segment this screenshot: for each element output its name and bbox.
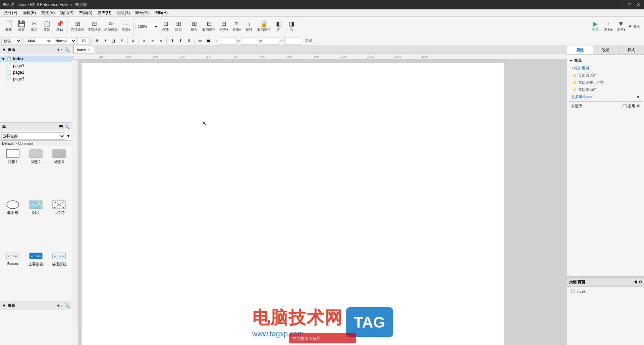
close-button[interactable]: ✕ <box>635 2 641 8</box>
page-item-page3[interactable]: 📄 page3 <box>0 76 72 82</box>
tab-notes[interactable]: 说明 <box>593 46 619 54</box>
more-events-link[interactable]: 更多事件>>> <box>571 94 592 99</box>
strikethrough-button[interactable]: S <box>118 37 126 45</box>
copy-button[interactable]: 📋 复制 <box>41 18 53 34</box>
lib-item-main-button[interactable]: BUTTON 主要按钮 <box>24 250 47 300</box>
lib-item-rect2[interactable]: 矩形2 <box>24 147 47 198</box>
minimize-button[interactable]: ─ <box>618 2 624 8</box>
maximize-button[interactable]: □ <box>627 2 633 8</box>
interaction-scroll[interactable]: ⚡ 窗口滚动时 <box>569 86 642 93</box>
page-item-page2[interactable]: 📄 page2 <box>0 69 72 76</box>
outline-sort-icon[interactable]: ⇅ <box>634 280 637 284</box>
search-pages-icon[interactable]: 🔍 <box>64 47 70 52</box>
h-input[interactable] <box>284 37 301 45</box>
more-publish-button[interactable]: ▼ 发布▾ <box>615 18 627 34</box>
settings-icon[interactable]: ⚙ <box>637 104 640 108</box>
preview-button[interactable]: ▶ 预览 <box>589 18 601 34</box>
font-color-button[interactable]: A <box>129 37 137 45</box>
tab-properties[interactable]: 属性 <box>567 46 593 54</box>
menu-layout[interactable]: 布局(A) <box>76 9 95 16</box>
interaction-resize[interactable]: ⚡ 窗口调整尺寸时 <box>569 79 642 86</box>
tab-style[interactable]: 样式 <box>619 46 644 54</box>
valign-bottom-button[interactable]: ⬇ <box>185 37 193 45</box>
canvas-area[interactable]: ↖ 电脑技术网 www.tagxp.com TAG 中文技术下载站 <box>78 60 567 345</box>
move-master-icon[interactable]: ↕ <box>61 303 63 308</box>
menu-help[interactable]: 帮助(H) <box>151 9 170 16</box>
align-button[interactable]: ⊟ 对齐▾ <box>218 18 230 34</box>
lib-item-button[interactable]: BUTTON Button <box>1 250 24 300</box>
collapse-pages-icon[interactable]: ▼ <box>2 47 6 52</box>
italic-button[interactable]: I <box>102 37 109 45</box>
add-interaction-button[interactable]: + 添加用例 <box>569 64 642 72</box>
group-button[interactable]: ⊞ 组合 <box>188 18 200 34</box>
tab-close-icon[interactable]: ✕ <box>88 48 91 52</box>
menu-project[interactable]: 项目(P) <box>57 9 76 16</box>
page-item-page1[interactable]: 📄 page1 <box>0 62 72 69</box>
valign-top-button[interactable]: ⬆ <box>168 37 176 45</box>
ungroup-button[interactable]: ⊟ 取消组合 <box>201 18 217 34</box>
bold-button[interactable]: B <box>93 37 101 45</box>
lib-item-image[interactable]: 图片 <box>24 198 47 249</box>
menu-publish[interactable]: 发布(U) <box>95 9 114 16</box>
menu-file[interactable]: 文件(F) <box>1 9 20 16</box>
outline-item-index[interactable]: 📋 index <box>569 288 642 294</box>
paste-button[interactable]: 📌 粘贴 <box>54 18 66 34</box>
page-item-index[interactable]: ▼ 📋 index <box>0 56 72 62</box>
search-library-icon[interactable]: 🔍 <box>64 124 70 129</box>
x-input[interactable] <box>220 37 236 45</box>
menu-team[interactable]: 团队(T) <box>114 9 132 16</box>
collapse-master-icon[interactable]: ▼ <box>2 303 6 308</box>
add-master-icon[interactable]: + <box>57 303 60 308</box>
underline-button[interactable]: U <box>110 37 117 45</box>
align-center-text-button[interactable]: ≡ <box>149 37 156 45</box>
lock-button[interactable]: 🔒 取消组合 <box>256 18 272 34</box>
distribute-button[interactable]: ≡ 分布▾ <box>230 18 243 34</box>
font-size-input[interactable] <box>77 37 90 45</box>
lib-item-rect3[interactable]: 矩形3 <box>48 147 70 198</box>
y-input[interactable] <box>241 37 258 45</box>
move-page-icon[interactable]: ↕ <box>61 47 63 52</box>
draw-mode-button[interactable]: ✏ 绘制模式 <box>103 18 119 34</box>
valign-middle-button[interactable]: ⬆ <box>177 37 184 45</box>
align-left-button[interactable]: ◧ 左 <box>273 18 285 34</box>
menu-view[interactable]: 视图(V) <box>39 9 57 16</box>
collapse-interactions-icon[interactable]: ▼ <box>569 59 573 63</box>
toolbar-divider-2 <box>91 38 92 44</box>
tab-index[interactable]: index ✕ <box>73 46 94 53</box>
search-master-icon[interactable]: 🔍 <box>64 303 70 308</box>
new-button[interactable]: 📄 新建 <box>3 18 15 34</box>
upload-button[interactable]: ↑ 发布▾ <box>602 18 614 34</box>
default-style-select[interactable]: 默认 <box>1 37 21 45</box>
interaction-page-load[interactable]: ⚡ 页面载入时 <box>569 72 642 79</box>
connect-mode-button[interactable]: ⊞ 连接模式 <box>69 18 86 34</box>
format-mode-button[interactable]: ⊟ 连接格式 <box>86 18 102 34</box>
lib-item-link-button[interactable]: BUTTON 链接按钮 <box>48 250 70 300</box>
align-right-text-button[interactable]: ≡ <box>157 37 165 45</box>
fitpage-button[interactable]: ⊞ 适应 <box>172 18 184 34</box>
lib-item-placeholder[interactable]: 占位符 <box>48 198 70 249</box>
zoom-select[interactable]: 100% 50% 75% 150% 200% <box>136 23 159 30</box>
enabled-checkbox[interactable] <box>623 104 627 108</box>
login-button[interactable]: ▶ 登录 <box>628 18 641 34</box>
cut-button[interactable]: ✂ 剪切 <box>28 18 40 34</box>
lib-item-circle[interactable]: 椭圆形 <box>1 198 24 249</box>
thumbnail-button[interactable]: ⊡ 缩略 <box>160 18 172 34</box>
font-family-select[interactable]: Arial <box>25 37 52 45</box>
menu-account[interactable]: 账号(A) <box>132 9 151 16</box>
font-weight-select[interactable]: Normal Bold <box>53 37 76 45</box>
more-modes-button[interactable]: ⋯ 更多▾ <box>120 18 132 34</box>
menu-edit[interactable]: 编辑(E) <box>20 9 39 16</box>
fill-button[interactable]: ◼ <box>205 37 212 45</box>
lib-item-rect1[interactable]: 矩形1 <box>1 147 24 198</box>
align-left-text-button[interactable]: ≡ <box>141 37 148 45</box>
align-right-button[interactable]: ◨ 右 <box>285 18 298 34</box>
add-page-icon[interactable]: + <box>57 47 60 52</box>
more-events-dropdown-icon[interactable]: ▼ <box>636 95 640 99</box>
library-menu-icon[interactable]: ☰ <box>59 124 63 129</box>
library-filter-select[interactable]: 选择全部 <box>1 132 65 140</box>
flip-button[interactable]: ↕ 翻转 <box>243 18 255 34</box>
outline-settings-icon[interactable]: ⚙ <box>639 280 642 284</box>
border-button[interactable]: ▭ <box>196 37 204 45</box>
w-input[interactable] <box>263 37 279 45</box>
save-button[interactable]: 💾 保存 <box>15 18 28 34</box>
